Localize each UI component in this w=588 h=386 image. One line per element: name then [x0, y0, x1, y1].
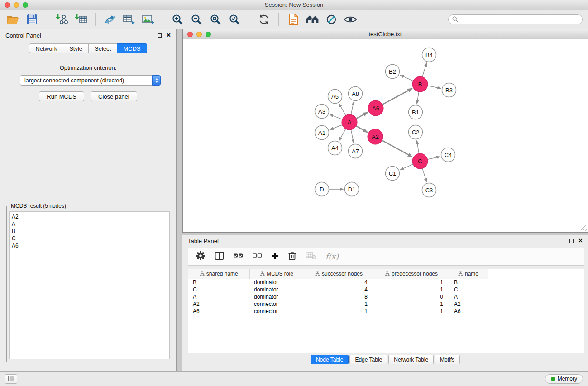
- graph-node-A2[interactable]: A2: [368, 129, 383, 144]
- graph-node-C3[interactable]: C3: [422, 183, 436, 197]
- graph-edge-C-C1[interactable]: [400, 164, 413, 170]
- graph-node-C4[interactable]: C4: [441, 148, 455, 162]
- close-panel-button[interactable]: Close panel: [91, 91, 137, 101]
- mcds-result-list[interactable]: A2ABCA6: [9, 211, 170, 359]
- mcds-result-item[interactable]: A6: [12, 242, 167, 249]
- graph-edge-A-A6[interactable]: [356, 112, 368, 119]
- graph-edge-B-B1[interactable]: [417, 92, 419, 104]
- tab-mcds[interactable]: MCDS: [117, 43, 147, 53]
- graph-edge-A-A3[interactable]: [330, 114, 342, 119]
- search-box[interactable]: [448, 14, 583, 24]
- mcds-result-item[interactable]: C: [12, 235, 167, 242]
- graph-node-D[interactable]: D: [315, 182, 329, 196]
- resize-handle[interactable]: [581, 225, 587, 231]
- function-builder-button[interactable]: f(x): [325, 252, 339, 261]
- graph-node-A8[interactable]: A8: [349, 87, 363, 101]
- close-panel-icon[interactable]: ×: [167, 33, 171, 38]
- zoom-out-button[interactable]: [187, 11, 206, 28]
- graph-edge-A-A8[interactable]: [351, 102, 354, 114]
- zoom-in-button[interactable]: [168, 11, 187, 28]
- refresh-button[interactable]: [254, 11, 273, 28]
- table-row-A[interactable]: Adominator80A: [188, 293, 584, 300]
- graph-edge-A-A7[interactable]: [351, 130, 354, 143]
- network-arrows-button[interactable]: [100, 11, 120, 28]
- graph-edge-C-C2[interactable]: [417, 140, 419, 153]
- graph-node-B1[interactable]: B1: [409, 105, 423, 119]
- zoom-view-icon[interactable]: [206, 32, 211, 37]
- task-history-button[interactable]: [5, 374, 17, 384]
- table-row-A6[interactable]: A6connector11A6: [188, 308, 584, 315]
- graph-node-D1[interactable]: D1: [345, 182, 359, 196]
- search-input[interactable]: [460, 16, 578, 23]
- minimize-window-icon[interactable]: [14, 2, 19, 8]
- home-button[interactable]: [303, 11, 322, 28]
- float-panel-icon[interactable]: [158, 33, 162, 38]
- mcds-result-item[interactable]: A2: [12, 213, 167, 220]
- graph-edge-A2-C[interactable]: [382, 140, 412, 157]
- graph-node-C[interactable]: C: [412, 153, 428, 169]
- graph-node-A4[interactable]: A4: [328, 141, 342, 155]
- optimization-select[interactable]: largest connected component (directed): [20, 75, 161, 86]
- table-row-A2[interactable]: A2connector11A2: [188, 300, 584, 308]
- tab-style[interactable]: Style: [63, 43, 89, 53]
- zoom-selected-button[interactable]: [225, 11, 244, 28]
- graph-node-A[interactable]: A: [342, 114, 357, 130]
- show-columns-button[interactable]: [215, 251, 224, 262]
- graph-node-B2[interactable]: B2: [386, 65, 400, 79]
- close-table-panel-icon[interactable]: ×: [578, 238, 583, 243]
- tab-node-table[interactable]: Node Table: [311, 355, 349, 364]
- close-window-icon[interactable]: [5, 2, 10, 8]
- graph-edge-A-A4[interactable]: [339, 129, 346, 141]
- graph-node-A5[interactable]: A5: [328, 90, 342, 104]
- export-image-button[interactable]: [139, 11, 158, 28]
- column-header-mcds-role[interactable]: MCDS role: [249, 269, 304, 279]
- table-row-B[interactable]: Bdominator41B: [188, 279, 584, 286]
- tab-motifs[interactable]: Motifs: [435, 355, 460, 364]
- graph-node-A3[interactable]: A3: [315, 105, 329, 119]
- show-hide-button[interactable]: [341, 11, 360, 28]
- close-view-icon[interactable]: [187, 32, 193, 37]
- network-graph[interactable]: B4B2BB3A5A8A6B1A3AA1C2A2A4A7C4C1CC3DD1: [183, 40, 587, 232]
- graph-edge-A-A2[interactable]: [356, 126, 368, 132]
- graph-edge-B-B2[interactable]: [400, 75, 413, 81]
- open-session-button[interactable]: [4, 11, 23, 28]
- column-header-successor-nodes[interactable]: successor nodes: [304, 269, 374, 279]
- graph-node-C1[interactable]: C1: [386, 167, 400, 181]
- graph-node-A1[interactable]: A1: [315, 126, 329, 140]
- tab-network[interactable]: Network: [29, 43, 63, 53]
- save-session-button[interactable]: [23, 11, 42, 28]
- float-table-panel-icon[interactable]: [569, 239, 574, 243]
- table-settings-button[interactable]: [196, 251, 206, 262]
- first-neighbors-button[interactable]: [284, 11, 303, 28]
- mcds-result-item[interactable]: A: [12, 220, 167, 228]
- import-network-button[interactable]: [52, 11, 71, 28]
- graph-edge-C-C3[interactable]: [422, 168, 426, 182]
- graphics-details-button[interactable]: [322, 11, 341, 28]
- minimize-view-icon[interactable]: [196, 32, 202, 37]
- create-column-button[interactable]: [271, 252, 279, 262]
- import-table-button[interactable]: [71, 11, 90, 28]
- delete-table-button[interactable]: [306, 252, 316, 262]
- column-header-name[interactable]: name: [449, 269, 488, 279]
- graph-edge-B-B4[interactable]: [422, 63, 427, 77]
- tab-edge-table[interactable]: Edge Table: [349, 355, 387, 364]
- graph-node-A7[interactable]: A7: [349, 144, 363, 158]
- graph-node-C2[interactable]: C2: [409, 125, 423, 139]
- column-header-predecessor-nodes[interactable]: predecessor nodes: [374, 269, 449, 279]
- network-canvas[interactable]: B4B2BB3A5A8A6B1A3AA1C2A2A4A7C4C1CC3DD1: [183, 40, 587, 232]
- network-from-table-button[interactable]: [120, 11, 139, 28]
- run-mcds-button[interactable]: Run MCDS: [39, 91, 84, 101]
- memory-button[interactable]: Memory: [545, 374, 583, 384]
- delete-column-button[interactable]: [288, 251, 296, 262]
- graph-node-B3[interactable]: B3: [442, 83, 456, 97]
- tab-select[interactable]: Select: [89, 43, 117, 53]
- zoom-window-icon[interactable]: [23, 2, 28, 8]
- mcds-result-item[interactable]: B: [12, 228, 167, 235]
- graph-edge-A-A1[interactable]: [330, 125, 342, 130]
- graph-edge-A-A5[interactable]: [339, 104, 346, 115]
- tab-network-table[interactable]: Network Table: [388, 355, 434, 364]
- graph-edge-B-B3[interactable]: [428, 86, 441, 88]
- deselect-all-button[interactable]: [252, 252, 262, 261]
- graph-node-B[interactable]: B: [412, 76, 428, 92]
- zoom-fit-button[interactable]: [206, 11, 225, 28]
